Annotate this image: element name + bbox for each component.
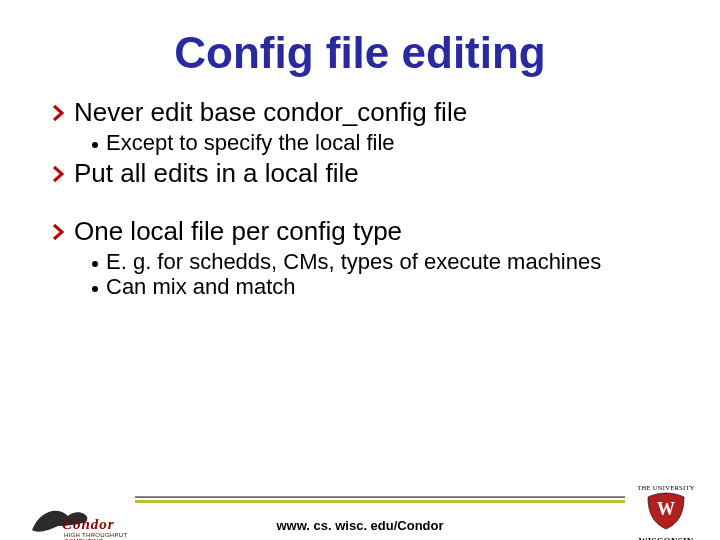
slide: Config file editing Never edit base cond…	[0, 28, 720, 540]
bullet-text: Never edit base condor_config file	[74, 98, 467, 128]
chevron-icon	[52, 223, 66, 241]
chevron-icon	[52, 165, 66, 183]
bullet-item: One local file per config type	[52, 217, 680, 247]
divider	[135, 496, 625, 503]
svg-text:W: W	[657, 499, 675, 519]
bullet-item: Put all edits in a local file	[52, 159, 680, 189]
slide-title: Config file editing	[0, 28, 720, 78]
chevron-icon	[52, 104, 66, 122]
sub-bullet-text: E. g. for schedds, CMs, types of execute…	[106, 249, 601, 274]
sub-bullet-text: Can mix and match	[106, 274, 296, 299]
uw-logo-word: WISCONSIN	[636, 536, 696, 540]
bullet-dot-icon	[92, 286, 98, 292]
condor-logo-text: Condor	[62, 516, 115, 533]
bullet-dot-icon	[92, 142, 98, 148]
sub-bullet: Can mix and match	[92, 274, 680, 299]
sub-bullet-text: Except to specify the local file	[106, 130, 395, 155]
uw-logo: THE UNIVERSITY W WISCONSIN MADISON	[636, 484, 696, 540]
uw-logo-top-text: THE UNIVERSITY	[636, 484, 696, 491]
sub-bullet: E. g. for schedds, CMs, types of execute…	[92, 249, 680, 274]
bullet-item: Never edit base condor_config file	[52, 98, 680, 128]
bullet-text: One local file per config type	[74, 217, 402, 247]
bullet-dot-icon	[92, 261, 98, 267]
condor-logo-tagline: HIGH THROUGHPUT COMPUTING	[64, 532, 136, 540]
spacer	[52, 191, 680, 213]
condor-logo: Condor HIGH THROUGHPUT COMPUTING	[28, 500, 136, 540]
sub-bullet: Except to specify the local file	[92, 130, 680, 155]
slide-content: Never edit base condor_config file Excep…	[0, 98, 720, 300]
slide-footer: www. cs. wisc. edu/Condor Condor HIGH TH…	[0, 478, 720, 540]
bullet-text: Put all edits in a local file	[74, 159, 359, 189]
uw-crest-icon: W	[636, 491, 696, 531]
